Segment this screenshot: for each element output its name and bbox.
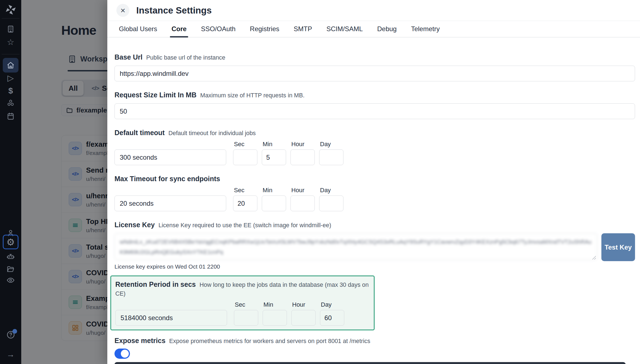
default-timeout-help: Default timeout for individual jobs [168, 130, 256, 136]
base-url-label: Base Url [114, 53, 142, 61]
tab-core[interactable]: Core [172, 21, 187, 37]
hour-label: Hour [292, 301, 316, 308]
default-timeout-sec-input[interactable] [233, 149, 257, 165]
windmill-logo-icon[interactable] [3, 2, 18, 17]
tab-scim-saml[interactable]: SCIM/SAML [326, 21, 363, 37]
field-default-timeout: Default timeout Default timeout for indi… [114, 129, 640, 165]
request-size-input[interactable] [114, 103, 635, 119]
default-timeout-label: Default timeout [114, 129, 165, 136]
field-request-size: Request Size Limit In MB Maximum size of… [114, 91, 640, 119]
audit-logs-eye-icon[interactable] [3, 273, 18, 287]
settings-tabs: Global Users Core SSO/OAuth Registries S… [107, 21, 640, 38]
license-expires-note: License key expires on Wed Oct 01 2200 [114, 263, 640, 270]
save-button[interactable]: Save [114, 362, 626, 364]
help-notification-badge [12, 329, 17, 334]
tab-debug[interactable]: Debug [377, 21, 397, 37]
base-url-input[interactable] [114, 66, 635, 81]
default-timeout-hour-input[interactable] [290, 149, 315, 165]
modal-title: Instance Settings [136, 5, 212, 16]
tab-smtp[interactable]: SMTP [294, 21, 312, 37]
field-expose-metrics: Expose metrics Expose prometheus metrics… [114, 336, 640, 359]
sec-label: Sec [234, 141, 257, 148]
sec-label: Sec [235, 301, 258, 308]
textarea-resize-handle[interactable] [592, 255, 596, 259]
expand-sidebar-arrow-icon[interactable]: → [3, 347, 18, 362]
hour-label: Hour [291, 141, 315, 148]
retention-day-input[interactable] [320, 310, 344, 326]
default-timeout-day-input[interactable] [319, 149, 343, 165]
sidebar: ☆ ▷ $ [0, 0, 21, 364]
tab-sso-oauth[interactable]: SSO/OAuth [201, 21, 235, 37]
day-label: Day [320, 187, 343, 194]
license-key-help: License Key required to use the EE (swit… [158, 222, 331, 229]
default-timeout-min-input[interactable] [262, 149, 286, 165]
max-timeout-hour-input[interactable] [290, 196, 315, 211]
settings-form: Base Url Public base url of the instance… [107, 38, 640, 364]
default-timeout-value-input[interactable] [114, 149, 226, 165]
max-timeout-label: Max Timeout for sync endpoints [114, 175, 220, 183]
help-icon[interactable] [3, 327, 18, 342]
license-key-label: License Key [114, 221, 155, 229]
base-url-help: Public base url of the instance [146, 54, 225, 61]
max-timeout-min-input[interactable] [262, 196, 286, 211]
request-size-help: Maximum size of HTTP requests in MB. [200, 92, 305, 99]
day-label: Day [320, 141, 343, 148]
field-license-key: License Key License Key required to use … [114, 221, 640, 270]
field-base-url: Base Url Public base url of the instance [114, 53, 640, 81]
license-key-textarea[interactable]: wNdmiLx_zKud72EV6B4X5BeYaVqgECnqKPbaRRXw… [114, 233, 597, 260]
retention-min-input[interactable] [263, 310, 287, 326]
screen: ☆ ▷ $ [0, 0, 640, 364]
modal-header: × Instance Settings [107, 0, 640, 21]
field-retention-period: Retention Period in secs How long to kee… [110, 275, 375, 330]
tab-registries[interactable]: Registries [250, 21, 279, 37]
expose-metrics-help: Expose prometheus metrics for workers an… [169, 338, 370, 344]
close-icon[interactable]: × [116, 4, 129, 17]
expose-metrics-label: Expose metrics [114, 337, 166, 344]
min-label: Min [263, 141, 286, 148]
request-size-label: Request Size Limit In MB [114, 91, 196, 99]
resources-cubes-icon[interactable] [3, 96, 18, 111]
max-timeout-sec-input[interactable] [233, 196, 257, 211]
instance-settings-modal: × Instance Settings Global Users Core SS… [107, 0, 640, 364]
day-label: Day [321, 301, 344, 308]
max-timeout-day-input[interactable] [319, 196, 343, 211]
sidebar-divider [2, 18, 20, 18]
retention-hour-input[interactable] [291, 310, 316, 326]
test-key-button[interactable]: Test Key [601, 233, 635, 261]
tab-telemetry[interactable]: Telemetry [411, 21, 440, 37]
retention-label: Retention Period in secs [115, 280, 196, 288]
sidebar-divider [2, 54, 20, 54]
field-max-timeout: Max Timeout for sync endpoints Sec Min H… [114, 175, 640, 211]
schedules-calendar-icon[interactable] [3, 109, 18, 124]
toggle-knob [121, 350, 129, 358]
expose-metrics-toggle[interactable] [114, 349, 130, 359]
min-label: Min [263, 187, 286, 194]
min-label: Min [263, 301, 287, 308]
favorites-star-icon[interactable]: ☆ [3, 35, 18, 49]
retention-sec-input[interactable] [234, 310, 258, 326]
sec-label: Sec [234, 187, 257, 194]
retention-value-input[interactable] [115, 310, 227, 326]
tab-global-users[interactable]: Global Users [119, 21, 157, 37]
hour-label: Hour [291, 187, 315, 194]
workspaces-icon[interactable] [3, 22, 18, 36]
instance-settings-gear-icon[interactable]: ⚙ [3, 235, 18, 249]
max-timeout-value-input[interactable] [114, 196, 226, 211]
